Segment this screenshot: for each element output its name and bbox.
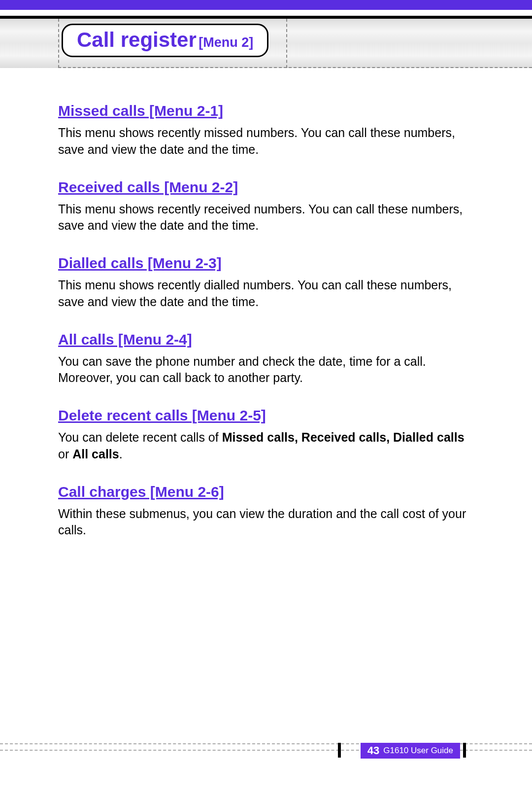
section: Call charges [Menu 2-6]Within these subm… (58, 484, 474, 539)
body-text: You can delete recent calls of (58, 430, 222, 444)
section: Received calls [Menu 2-2]This menu shows… (58, 179, 474, 235)
page-title-box: Call register [Menu 2] (62, 24, 268, 57)
dashed-line-vertical (58, 19, 59, 68)
section-body: You can save the phone number and check … (58, 353, 474, 387)
section-heading: Call charges [Menu 2-6] (58, 484, 474, 500)
section-body: You can delete recent calls of Missed ca… (58, 429, 474, 463)
section: Delete recent calls [Menu 2-5]You can de… (58, 407, 474, 463)
top-purple-bar (0, 0, 532, 10)
section-heading: All calls [Menu 2-4] (58, 331, 474, 348)
body-text: . (119, 447, 123, 461)
body-text: Missed calls, Received calls, Dialled ca… (222, 430, 465, 444)
content-area: Missed calls [Menu 2-1]This menu shows r… (0, 68, 532, 539)
section-body: Within these submenus, you can view the … (58, 506, 474, 539)
section-body: This menu shows recently missed numbers.… (58, 125, 474, 158)
dashed-line-horizontal (58, 67, 532, 68)
dashed-line-vertical (286, 19, 287, 68)
section-heading: Received calls [Menu 2-2] (58, 179, 474, 196)
footer-bracket-icon (463, 743, 466, 758)
footer-bracket-icon (338, 743, 341, 758)
footer-dashed-line: 43 G1610 User Guide (0, 750, 532, 751)
section-heading: Dialled calls [Menu 2-3] (58, 255, 474, 272)
section-body: This menu shows recently dialled numbers… (58, 277, 474, 311)
section-heading: Delete recent calls [Menu 2-5] (58, 407, 474, 424)
section: Dialled calls [Menu 2-3]This menu shows … (58, 255, 474, 311)
page-title-sub: [Menu 2] (199, 35, 253, 50)
section-body: This menu shows recently received number… (58, 201, 474, 235)
guide-name: G1610 User Guide (383, 746, 453, 756)
section: All calls [Menu 2-4]You can save the pho… (58, 331, 474, 387)
section: Missed calls [Menu 2-1]This menu shows r… (58, 103, 474, 158)
footer-badge: 43 G1610 User Guide (361, 743, 460, 759)
section-heading: Missed calls [Menu 2-1] (58, 103, 474, 119)
page-title-main: Call register (77, 28, 197, 51)
footer: 43 G1610 User Guide (0, 743, 532, 751)
body-text: or (58, 447, 72, 461)
body-text: All calls (72, 447, 119, 461)
page-number: 43 (367, 744, 379, 757)
